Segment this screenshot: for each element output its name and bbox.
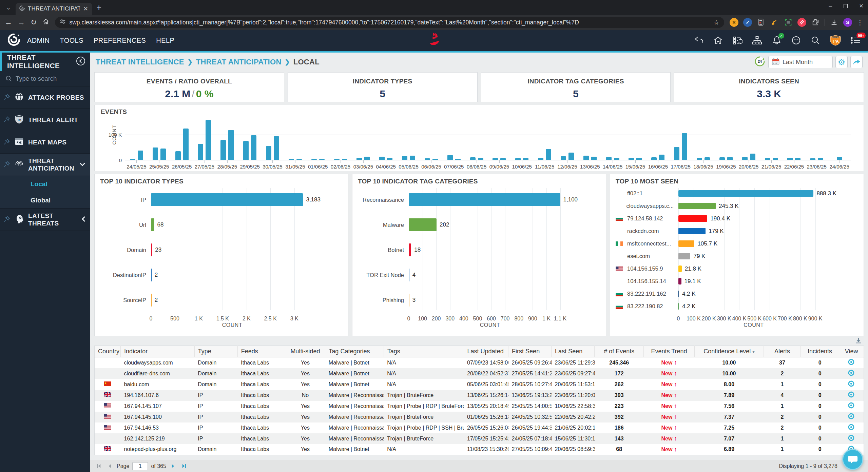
- sidebar-search-input[interactable]: [16, 75, 77, 82]
- clearskies-logo-icon[interactable]: [7, 33, 21, 48]
- tab-close-icon[interactable]: ✕: [82, 5, 89, 13]
- url-bar[interactable]: swp.clearskiessa.com/main.aspx#!applicat…: [55, 17, 724, 28]
- table-row[interactable]: 167.94.146.53IPIthaca LabsYesMalware | R…: [95, 422, 864, 433]
- sidebar-item-attack-probes[interactable]: ATTACK PROBES: [0, 86, 90, 109]
- view-eye-icon[interactable]: [848, 372, 855, 377]
- column-header-type[interactable]: Type: [194, 346, 237, 357]
- nav-home-icon[interactable]: [713, 36, 723, 45]
- prev-page-icon[interactable]: [106, 463, 114, 469]
- browser-avatar[interactable]: S: [843, 18, 852, 27]
- menu-preferences[interactable]: PREFERENCES: [94, 37, 146, 44]
- column-header-feeds[interactable]: Feeds: [237, 346, 285, 357]
- chevron-left-icon[interactable]: [81, 216, 85, 223]
- column-header-alerts[interactable]: Alerts: [764, 346, 801, 357]
- sidebar-subitem-global[interactable]: Global: [0, 192, 90, 209]
- sidebar-item-latest-threats[interactable]: LATEST THREATS: [0, 209, 90, 231]
- date-range-picker[interactable]: Last Month: [768, 56, 833, 68]
- column-header--of-events[interactable]: # of Events: [595, 346, 644, 357]
- column-header-tags[interactable]: Tags: [384, 346, 464, 357]
- column-header-confidence-level[interactable]: Confidence Level▾: [694, 346, 764, 357]
- view-eye-icon[interactable]: [848, 415, 855, 421]
- downloads-icon[interactable]: [830, 18, 838, 27]
- column-header-country[interactable]: Country: [95, 346, 121, 357]
- tab-search-button[interactable]: ⌄: [3, 2, 14, 13]
- column-header-last-updated[interactable]: Last Updated: [464, 346, 508, 357]
- extension-check-icon[interactable]: ✓: [743, 18, 752, 27]
- menu-help[interactable]: HELP: [156, 37, 174, 44]
- extension-capture-icon[interactable]: [784, 18, 793, 27]
- browser-reload-icon[interactable]: ↻: [31, 18, 37, 27]
- menu-tools[interactable]: TOOLS: [60, 37, 83, 44]
- sidebar-item-threat-anticipation[interactable]: THREAT ANTICIPATION: [0, 154, 90, 176]
- url-text[interactable]: swp.clearskiessa.com/main.aspx#!applicat…: [69, 19, 710, 26]
- view-eye-icon[interactable]: [848, 426, 855, 432]
- column-header-last-seen[interactable]: Last Seen: [552, 346, 595, 357]
- bookmark-star-icon[interactable]: ☆: [713, 18, 719, 26]
- breadcrumb-threat-anticipation[interactable]: THREAT ANTICIPATION: [196, 58, 282, 66]
- view-eye-icon[interactable]: [848, 382, 855, 388]
- sidebar-item-heat-maps[interactable]: HEAT MAPS: [0, 131, 90, 154]
- chevron-down-icon[interactable]: [79, 162, 85, 168]
- nav-sitemap-icon[interactable]: [752, 36, 763, 45]
- table-row[interactable]: notepad-plus-plus.orgDomainIthaca LabsYe…: [95, 444, 864, 455]
- nav-t3a-badge-icon[interactable]: THREAT LABST³A: [830, 35, 841, 46]
- table-row[interactable]: 194.164.107.6IPIthaca LabsNoMalware | Re…: [95, 390, 864, 401]
- table-row[interactable]: 167.94.145.107IPIthaca LabsYesMalware | …: [95, 401, 864, 412]
- breadcrumb-threat-intelligence[interactable]: THREAT INTELLIGENCE: [96, 58, 184, 66]
- extension-rss-icon[interactable]: [770, 18, 779, 27]
- view-eye-icon[interactable]: [848, 404, 855, 410]
- extension-pink-icon[interactable]: [797, 18, 806, 27]
- table-row[interactable]: cloudflare-dns.comDomainIthaca LabsYesMa…: [95, 368, 864, 379]
- pin-icon[interactable]: [3, 216, 10, 224]
- next-page-icon[interactable]: [169, 463, 177, 469]
- dashboard-settings-button[interactable]: ⚙: [835, 56, 848, 68]
- pin-icon[interactable]: [3, 161, 10, 169]
- table-row[interactable]: cloudwaysapps.comDomainIthaca LabsYesMal…: [95, 357, 864, 368]
- browser-home-icon[interactable]: [42, 18, 50, 27]
- nav-search-icon[interactable]: [810, 35, 821, 45]
- table-row[interactable]: 167.94.145.100IPIthaca LabsYesMalware | …: [95, 412, 864, 422]
- column-header-incidents[interactable]: Incidents: [801, 346, 839, 357]
- window-minimize-icon[interactable]: –: [829, 2, 832, 9]
- nav-alerts-bell-icon[interactable]: ✓: [772, 35, 782, 45]
- window-close-icon[interactable]: ×: [859, 2, 863, 10]
- browser-tab[interactable]: THREAT ANTICIPATION - ClearS ✕: [16, 3, 92, 15]
- new-tab-button[interactable]: +: [96, 2, 101, 13]
- table-row[interactable]: 162.142.125.219IPIthaca LabsYesMalware |…: [95, 433, 864, 444]
- sidebar-collapse-icon[interactable]: [76, 56, 85, 67]
- sidebar-search[interactable]: [0, 71, 90, 86]
- browser-back-icon[interactable]: ←: [5, 18, 12, 27]
- browser-menu-icon[interactable]: ⋮: [857, 19, 863, 26]
- page-number-input[interactable]: [132, 462, 148, 470]
- column-header-view[interactable]: View: [839, 346, 864, 357]
- column-header-first-seen[interactable]: First Seen: [508, 346, 552, 357]
- site-settings-icon[interactable]: [60, 19, 66, 26]
- menu-admin[interactable]: ADMIN: [27, 37, 50, 44]
- last-page-icon[interactable]: [180, 463, 188, 469]
- view-eye-icon[interactable]: [848, 437, 855, 442]
- extensions-puzzle-icon[interactable]: [811, 18, 820, 27]
- view-eye-icon[interactable]: [848, 361, 855, 367]
- nav-back-icon[interactable]: [694, 36, 704, 45]
- column-header-tag-categories[interactable]: Tag Categories: [325, 346, 384, 357]
- nav-feedback-face-icon[interactable]: [791, 35, 801, 45]
- table-row[interactable]: baidu.comDomainIthaca LabsYesMalware | B…: [95, 379, 864, 390]
- column-header-indicator[interactable]: Indicator: [121, 346, 195, 357]
- pin-icon[interactable]: [3, 138, 10, 146]
- first-page-icon[interactable]: [95, 463, 103, 469]
- extension-orange-icon[interactable]: ✕: [730, 18, 738, 27]
- browser-forward-icon[interactable]: →: [18, 18, 25, 27]
- chat-fab-button[interactable]: [842, 449, 863, 470]
- sidebar-item-threat-alert[interactable]: TA THREAT ALERT: [0, 109, 90, 131]
- table-download-icon[interactable]: [855, 337, 862, 346]
- pin-icon[interactable]: [3, 116, 10, 124]
- column-header-events-trend[interactable]: Events Trend: [644, 346, 695, 357]
- view-eye-icon[interactable]: [848, 393, 855, 399]
- nav-audit-trail-icon[interactable]: [732, 36, 742, 45]
- column-header-multi-sided[interactable]: Multi-sided: [285, 346, 325, 357]
- window-maximize-icon[interactable]: [844, 4, 848, 8]
- extension-document-icon[interactable]: [757, 18, 766, 27]
- auto-refresh-icon[interactable]: 24: [754, 56, 766, 68]
- pin-icon[interactable]: [3, 94, 10, 102]
- sidebar-subitem-local[interactable]: Local: [0, 176, 90, 192]
